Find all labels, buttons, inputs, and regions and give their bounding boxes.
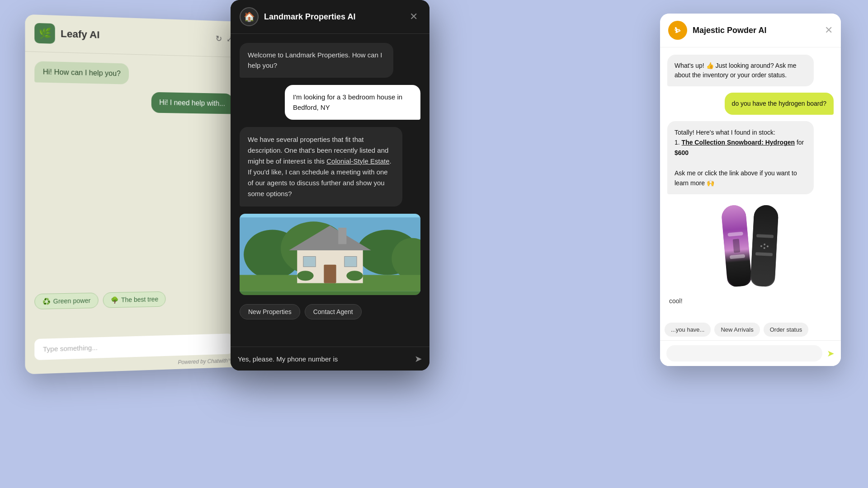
leafy-body: Hi! How can I help you? Hi! I need help …: [25, 52, 241, 328]
colonial-estate-link[interactable]: Colonial-Style Estate: [326, 157, 389, 165]
powder-suggestions: ...you have... New Arrivals Order status: [665, 323, 836, 337]
landmark-bot-message-2: We have several properties that fit that…: [240, 127, 402, 206]
leafy-powered-by: Powered by Chatwith™: [178, 357, 233, 366]
landmark-header: 🏠 Landmark Properties AI ✕: [231, 0, 429, 34]
landmark-bot-message-1: Welcome to Landmark Properties. How can …: [240, 43, 393, 78]
powder-product-image: [667, 201, 834, 291]
powder-title: Majestic Powder AI: [693, 26, 766, 35]
house-svg: [240, 214, 420, 295]
powder-header: ⛷ Majestic Powder AI ✕: [660, 14, 841, 47]
leafy-widget: 🌿 Leafy AI ↻ ⤢ Hi! How can I help you? H…: [25, 14, 241, 375]
svg-rect-8: [338, 228, 346, 244]
leafy-bot-message-1: Hi! How can I help you?: [34, 61, 129, 84]
powder-suggestion-new-arrivals[interactable]: New Arrivals: [714, 323, 760, 337]
snowboard-purple: [721, 204, 752, 287]
powder-bot-message-1: What's up! 👍 Just looking around? Ask me…: [667, 55, 814, 86]
new-properties-button[interactable]: New Properties: [240, 304, 300, 319]
landmark-title: Landmark Properties AI: [264, 12, 355, 22]
leafy-suggestions: ♻️ Green power 🌳 The best tree: [34, 291, 166, 310]
landmark-user-message-1: I'm looking for a 3 bedroom house in Bed…: [285, 85, 420, 120]
powder-suggestion-you-have[interactable]: ...you have...: [665, 323, 711, 337]
landmark-logo-icon: 🏠: [240, 7, 259, 26]
landmark-input-area: ➤: [231, 347, 429, 371]
powder-input-area: ➤: [660, 340, 841, 366]
leafy-suggestion-green-power[interactable]: ♻️ Green power: [34, 293, 98, 310]
recycle-icon: ♻️: [42, 298, 51, 305]
leafy-header: 🌿 Leafy AI ↻ ⤢: [25, 14, 241, 58]
leafy-input-area: Type something...: [34, 333, 233, 360]
leafy-title: Leafy AI: [61, 28, 99, 41]
svg-text:⛷: ⛷: [674, 27, 681, 34]
leafy-input-placeholder[interactable]: Type something...: [43, 343, 98, 353]
snowboard-dark: [750, 205, 778, 287]
powder-logo-icon: ⛷: [668, 21, 687, 40]
powder-close-button[interactable]: ✕: [825, 24, 833, 36]
powder-cool-message: cool!: [667, 297, 834, 305]
svg-point-13: [346, 271, 363, 281]
svg-rect-20: [750, 205, 778, 287]
powder-body: What's up! 👍 Just looking around? Ask me…: [660, 47, 841, 337]
refresh-icon[interactable]: ↻: [216, 34, 222, 44]
svg-rect-10: [344, 257, 357, 267]
leafy-logo-icon: 🌿: [34, 23, 55, 44]
powder-widget: ⛷ Majestic Powder AI ✕ What's up! 👍 Just…: [660, 14, 841, 366]
svg-rect-19: [733, 239, 741, 253]
landmark-house-image: [240, 214, 420, 295]
landmark-input-field[interactable]: [238, 355, 410, 363]
powder-send-icon[interactable]: ➤: [827, 348, 835, 359]
powder-user-message-1: do you have the hydrogen board?: [725, 93, 834, 115]
powder-logo-svg: ⛷: [671, 24, 684, 37]
landmark-action-buttons: New Properties Contact Agent: [240, 304, 420, 319]
tree-icon: 🌳: [111, 296, 118, 304]
landmark-widget: 🏠 Landmark Properties AI ✕ Welcome to La…: [231, 0, 429, 371]
leafy-user-message-1: Hi! I need help with...: [151, 92, 233, 114]
svg-point-12: [297, 271, 313, 281]
powder-suggestion-order-status[interactable]: Order status: [764, 323, 809, 337]
landmark-send-icon[interactable]: ➤: [415, 353, 422, 364]
product-link[interactable]: The Collection Snowboard: Hydrogen: [682, 139, 795, 146]
svg-rect-9: [303, 257, 316, 267]
contact-agent-button[interactable]: Contact Agent: [305, 304, 362, 319]
powder-input-field[interactable]: [666, 345, 822, 361]
svg-rect-11: [324, 265, 336, 283]
powder-bot-message-2: Totally! Here's what I found in stock: 1…: [667, 121, 814, 194]
leafy-suggestion-best-tree[interactable]: 🌳 The best tree: [103, 291, 166, 308]
landmark-close-button[interactable]: ✕: [407, 10, 420, 23]
landmark-body: Welcome to Landmark Properties. How can …: [231, 34, 429, 341]
